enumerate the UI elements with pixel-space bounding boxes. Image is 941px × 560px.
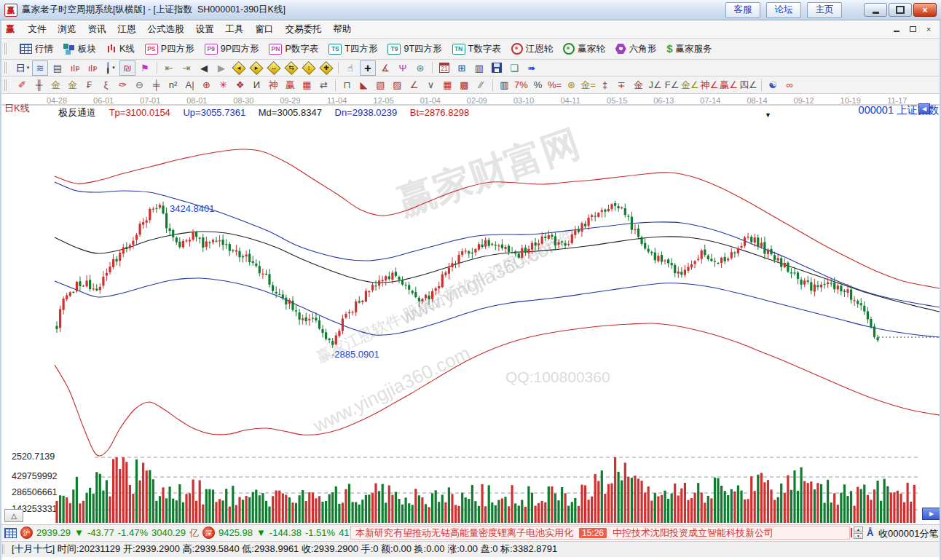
menu-item-gann[interactable]: 江恩 bbox=[112, 22, 142, 37]
frame-tool-icon[interactable]: ⊓ bbox=[339, 78, 355, 92]
menu-item-stock-pick[interactable]: 公式选股 bbox=[142, 22, 190, 37]
diamond-vmove-icon[interactable]: ↕ bbox=[301, 60, 317, 76]
k3-icon[interactable]: ılı3 bbox=[67, 60, 83, 76]
minimize-button[interactable] bbox=[864, 3, 887, 17]
toolbar-p-number-button[interactable]: PNP数字表 bbox=[264, 42, 323, 57]
ying-angle-icon[interactable]: 赢∠ bbox=[720, 78, 738, 92]
price-chart-svg[interactable] bbox=[0, 94, 941, 524]
percent7-icon[interactable]: 7% bbox=[513, 78, 529, 92]
zigzag-line-icon[interactable]: ∨ bbox=[423, 78, 438, 92]
gold-circle-icon[interactable]: ⊛ bbox=[564, 78, 579, 92]
diamond-right-icon[interactable]: ▸ bbox=[248, 60, 264, 76]
fan-box-icon[interactable]: ▧ bbox=[373, 78, 388, 92]
updown-icon[interactable]: ‡ bbox=[597, 78, 613, 92]
trend-chart-icon[interactable]: ≋ bbox=[32, 60, 48, 76]
star-circle-icon[interactable]: ✳ bbox=[216, 78, 231, 92]
quote-table-icon[interactable] bbox=[4, 528, 17, 538]
ying-tool-icon[interactable]: 赢 bbox=[283, 78, 298, 92]
toolbar-gann-wheel-button[interactable]: 江恩轮 bbox=[507, 42, 558, 57]
save-icon[interactable] bbox=[489, 60, 505, 76]
toolbar-yingjia-service-button[interactable]: $赢家服务 bbox=[662, 42, 716, 57]
angle-tool-icon[interactable]: ∡ bbox=[377, 60, 393, 76]
calendar-icon[interactable]: 21 bbox=[436, 60, 452, 76]
news-ticker[interactable]: 本新研究有望推动无钴高能量密度锂离子电池实用化 15:26 中控技术沈阳投资成立… bbox=[350, 526, 850, 540]
toolbar-9p-square-button[interactable]: P99P四方形 bbox=[200, 42, 264, 57]
toolbar-t-square-button[interactable]: TST四方形 bbox=[324, 42, 382, 57]
gann-fan-icon[interactable]: ◣ bbox=[356, 78, 371, 92]
pen-tool-icon[interactable]: ✐ bbox=[15, 78, 30, 92]
spiral-icon[interactable]: ⊛ bbox=[412, 60, 428, 76]
first-page-icon[interactable]: ⇤ bbox=[161, 60, 177, 76]
expand-panel-button[interactable]: △ bbox=[4, 509, 23, 522]
crosshair-icon[interactable]: + bbox=[360, 60, 376, 76]
last-page-icon[interactable]: ⇥ bbox=[178, 60, 194, 76]
pattern-icon[interactable]: ₪ bbox=[119, 60, 135, 76]
prev-bar-icon[interactable]: ◀ bbox=[196, 60, 212, 76]
menu-item-trade[interactable]: 交易委托 bbox=[280, 22, 328, 37]
grid-red2-icon[interactable]: ▩ bbox=[457, 78, 472, 92]
close-button[interactable]: × bbox=[913, 3, 937, 17]
multi-window-icon[interactable]: ❏ bbox=[506, 60, 522, 76]
span-arrows-icon[interactable]: ⇄ bbox=[316, 78, 331, 92]
diamond-left-icon[interactable]: ◂ bbox=[231, 60, 247, 76]
gold-eq-icon[interactable]: 金= bbox=[580, 78, 596, 92]
menu-item-file[interactable]: 文件 bbox=[23, 22, 52, 37]
menu-item-tools[interactable]: 工具 bbox=[220, 22, 250, 37]
period-day-selector[interactable]: 日▾ bbox=[15, 60, 31, 76]
forum-button[interactable]: 论坛 bbox=[766, 2, 801, 18]
calculator-icon[interactable]: ⊞ bbox=[454, 60, 470, 76]
menu-item-help[interactable]: 帮助 bbox=[328, 22, 358, 37]
diamond-hmove-icon[interactable]: ↔ bbox=[266, 60, 282, 76]
shen-angle-icon[interactable]: 神∠ bbox=[701, 78, 719, 92]
k9-icon[interactable]: ılı9 bbox=[84, 60, 101, 76]
f-angle-icon[interactable]: F∠ bbox=[664, 78, 680, 92]
next-bar-icon[interactable]: ▶ bbox=[213, 60, 229, 76]
stats-column-icon[interactable]: ▥ bbox=[497, 78, 512, 92]
gold-ratio-icon[interactable]: 金 bbox=[48, 78, 63, 92]
mirror-icon[interactable]: A| bbox=[182, 78, 197, 92]
memo-icon[interactable]: ▥ bbox=[471, 60, 487, 76]
infinity-icon[interactable]: ∞ bbox=[782, 78, 798, 92]
spiral-box-icon[interactable]: ❖ bbox=[232, 78, 248, 92]
gold-lines-icon[interactable]: 金 bbox=[65, 78, 80, 92]
diamond-expand-icon[interactable]: ✚ bbox=[318, 60, 334, 76]
news-item[interactable]: 中控技术沈阳投资成立智能科技新公司 bbox=[613, 527, 773, 540]
grid-red-icon[interactable]: ▦ bbox=[440, 78, 455, 92]
toolbar-yingjia-wheel-button[interactable]: 赢家轮 bbox=[559, 42, 610, 57]
menu-item-settings[interactable]: 设置 bbox=[190, 22, 220, 37]
mdi-minimize-button[interactable] bbox=[891, 25, 902, 33]
angles-icon[interactable]: ∠ bbox=[406, 78, 422, 92]
mdi-restore-button[interactable] bbox=[907, 25, 918, 33]
percent-lines-icon[interactable]: %= bbox=[547, 78, 562, 92]
info-list-icon[interactable]: ▤ bbox=[50, 60, 66, 76]
spinner-up-icon[interactable]: ▲ bbox=[854, 527, 863, 532]
gold-angle-icon[interactable]: 金∠ bbox=[681, 78, 699, 92]
gann-grid-icon[interactable]: Ψ bbox=[395, 60, 411, 76]
tick-chart-icon[interactable]: Å bbox=[867, 527, 873, 538]
candle-style-icon[interactable]: ╽▾ bbox=[102, 60, 118, 76]
customer-service-button[interactable]: 客服 bbox=[725, 2, 760, 18]
grid-lines-icon[interactable]: ╫ bbox=[31, 78, 47, 92]
toolbar-hexagon-button[interactable]: 六角形 bbox=[611, 42, 661, 57]
toolbar-quotes-button[interactable]: 行情 bbox=[15, 42, 58, 57]
shen-tool-icon[interactable]: 神 bbox=[266, 78, 281, 92]
percent-icon[interactable]: % bbox=[530, 78, 546, 92]
taiji-icon[interactable]: ☯ bbox=[765, 78, 781, 92]
menu-item-window[interactable]: 窗口 bbox=[250, 22, 280, 37]
j-angle-icon[interactable]: J∠ bbox=[647, 78, 663, 92]
ruler-lines-icon[interactable]: ╪ bbox=[149, 78, 164, 92]
toolbar-9t-square-button[interactable]: T99T四方形 bbox=[383, 42, 446, 57]
scroll-right-button[interactable]: ▶ bbox=[922, 508, 941, 520]
four-angle-icon[interactable]: 四∠ bbox=[739, 78, 757, 92]
parallel-icon[interactable]: ∕∕ bbox=[473, 78, 489, 92]
toolbar-kline-button[interactable]: K线 bbox=[102, 42, 139, 57]
order-truck-icon[interactable]: ➠ bbox=[524, 60, 540, 76]
tick-view-label[interactable]: 收000001分笔 bbox=[878, 527, 938, 540]
fibo-f-icon[interactable]: ₣ bbox=[82, 78, 97, 92]
grid-box-icon[interactable]: ▦ bbox=[299, 78, 315, 92]
menu-item-news[interactable]: 资讯 bbox=[82, 22, 112, 37]
toolbar-p-square-button[interactable]: PSP四方形 bbox=[141, 42, 199, 57]
gold-under-icon[interactable]: 金 bbox=[631, 78, 646, 92]
scroll-left-button[interactable]: ◀ bbox=[918, 103, 930, 114]
news-item[interactable]: 本新研究有望推动无钴高能量密度锂离子电池实用化 bbox=[355, 527, 573, 540]
